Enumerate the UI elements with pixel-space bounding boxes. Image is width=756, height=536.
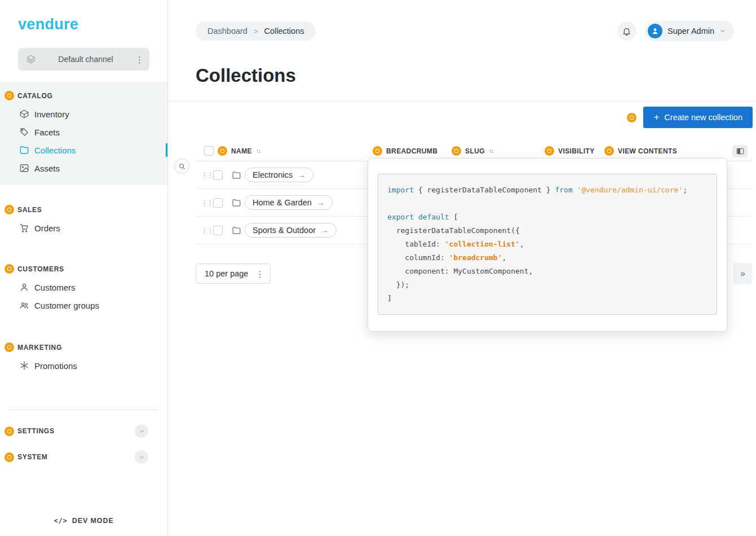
nav-section-header-customers: CUSTOMERS (0, 260, 167, 278)
sidebar-item-settings[interactable]: SETTINGS (0, 418, 167, 444)
inventory-icon (19, 109, 29, 119)
header-breadcrumb: BREADCRUMB (373, 146, 452, 156)
extension-point-badge[interactable] (5, 427, 14, 436)
sidebar-item-system[interactable]: SYSTEM (0, 444, 167, 470)
extension-point-badge[interactable] (604, 146, 614, 156)
nav-item-label: Inventory (34, 109, 69, 119)
image-icon (19, 163, 29, 173)
extension-point-badge[interactable] (627, 113, 636, 122)
dev-mode-label: DEV MODE (72, 517, 114, 525)
code-block: import { registerDataTableComponent } fr… (378, 174, 717, 315)
dev-mode-popover: import { registerDataTableComponent } fr… (368, 158, 727, 332)
sidebar-item-orders[interactable]: Orders (0, 219, 167, 237)
extension-point-badge[interactable] (5, 205, 14, 214)
extension-point-badge[interactable] (5, 342, 14, 352)
next-page-button[interactable]: » (733, 263, 752, 284)
row-checkbox[interactable] (213, 170, 223, 180)
channel-selector[interactable]: Default channel ⋮ (18, 48, 149, 71)
column-settings-button[interactable] (732, 145, 748, 157)
section-label-sales: SALES (17, 206, 42, 214)
breadcrumb-collections: Collections (264, 27, 304, 36)
cart-icon (19, 223, 29, 233)
channel-label: Default channel (36, 55, 135, 64)
kebab-icon: ⋮ (255, 270, 264, 278)
section-label-settings: SETTINGS (17, 427, 55, 435)
header-name: NAME ↑↓ (196, 146, 373, 156)
row-checkbox[interactable] (213, 226, 223, 235)
folder-icon (232, 226, 241, 235)
header-slug: SLUG ↑↓ (452, 146, 545, 156)
users-icon (19, 300, 29, 310)
select-all-checkbox[interactable] (204, 146, 214, 156)
nav-item-label: Collections (34, 146, 76, 155)
collection-chip[interactable]: Sports & Outdoor → (245, 223, 337, 238)
arrow-right-icon: → (321, 226, 329, 235)
collection-chip[interactable]: Home & Garden → (245, 195, 333, 210)
folder-icon (19, 145, 29, 155)
nav-section-sales: SALES Orders (0, 200, 167, 237)
sidebar-item-customer-groups[interactable]: Customer groups (0, 296, 167, 314)
nav-section-header-sales: SALES (0, 200, 167, 219)
toolbar: + Create new collection (168, 101, 756, 128)
expand-settings-button[interactable] (135, 424, 148, 438)
drag-handle[interactable]: ⋮⋮ (201, 171, 209, 179)
page-title: Collections (196, 65, 756, 86)
extension-point-badge[interactable] (452, 146, 461, 156)
extension-point-badge[interactable] (5, 452, 14, 462)
extension-point-badge[interactable] (373, 146, 382, 156)
collection-chip[interactable]: Electronics → (245, 168, 313, 182)
sidebar-item-collections[interactable]: Collections (0, 141, 167, 159)
breadcrumb-dashboard[interactable]: Dashboard (207, 27, 247, 36)
header-label-name[interactable]: NAME (231, 147, 252, 155)
columns-icon (736, 148, 744, 155)
collection-name: Electronics (253, 170, 293, 179)
extension-point-badge[interactable] (5, 264, 14, 274)
section-label-catalog: CATALOG (17, 92, 52, 100)
sidebar-item-customers[interactable]: Customers (0, 278, 167, 296)
folder-icon (232, 198, 241, 208)
user-icon (19, 282, 29, 292)
kebab-icon[interactable]: ⋮ (135, 55, 144, 64)
sidebar-item-facets[interactable]: Facets (0, 123, 167, 141)
extension-point-badge[interactable] (545, 146, 554, 156)
nav-item-label: Facets (34, 128, 60, 137)
drag-handle[interactable]: ⋮⋮ (201, 199, 209, 207)
promotion-icon (19, 361, 29, 371)
drag-handle[interactable]: ⋮⋮ (201, 226, 209, 235)
section-label-system: SYSTEM (17, 453, 48, 461)
extension-point-badge[interactable] (218, 146, 227, 156)
tag-icon (19, 127, 29, 137)
notifications-button[interactable] (617, 21, 636, 41)
dev-mode-indicator[interactable]: </> DEV MODE (0, 517, 167, 525)
nav-item-label: Customers (34, 283, 76, 292)
extension-point-badge[interactable] (5, 91, 14, 100)
vendure-logo: vendure (18, 16, 167, 33)
code-icon: </> (54, 517, 67, 525)
expand-system-button[interactable] (135, 450, 148, 464)
sort-icon[interactable]: ↑↓ (489, 148, 493, 154)
breadcrumb-separator: > (254, 27, 258, 36)
sort-icon[interactable]: ↑↓ (256, 148, 260, 154)
sidebar-item-inventory[interactable]: Inventory (0, 105, 167, 123)
breadcrumb: Dashboard > Collections (196, 21, 316, 41)
per-page-select[interactable]: 10 per page ⋮ (196, 263, 271, 284)
folder-icon (232, 170, 241, 180)
create-new-collection-button[interactable]: + Create new collection (643, 107, 753, 128)
user-menu[interactable]: Super Admin (645, 21, 734, 41)
chevron-down-icon (719, 28, 726, 34)
header-label-slug[interactable]: SLUG (465, 147, 485, 155)
topbar-right: Super Admin (617, 21, 734, 41)
sidebar-item-promotions[interactable]: Promotions (0, 357, 167, 375)
main-content: Dashboard > Collections Super Admin (168, 0, 756, 536)
section-label-marketing: MARKETING (17, 344, 62, 352)
row-checkbox[interactable] (213, 198, 223, 208)
header-settings (727, 145, 752, 157)
search-button[interactable] (174, 159, 189, 174)
nav-item-label: Promotions (34, 361, 77, 371)
collection-name: Home & Garden (253, 198, 312, 207)
create-button-label: Create new collection (664, 113, 742, 122)
header-view-contents: VIEW CONTENTS (604, 146, 727, 156)
sidebar-item-assets[interactable]: Assets (0, 159, 167, 177)
layers-icon (26, 54, 36, 64)
nav-section-marketing: MARKETING Promotions (0, 338, 167, 375)
